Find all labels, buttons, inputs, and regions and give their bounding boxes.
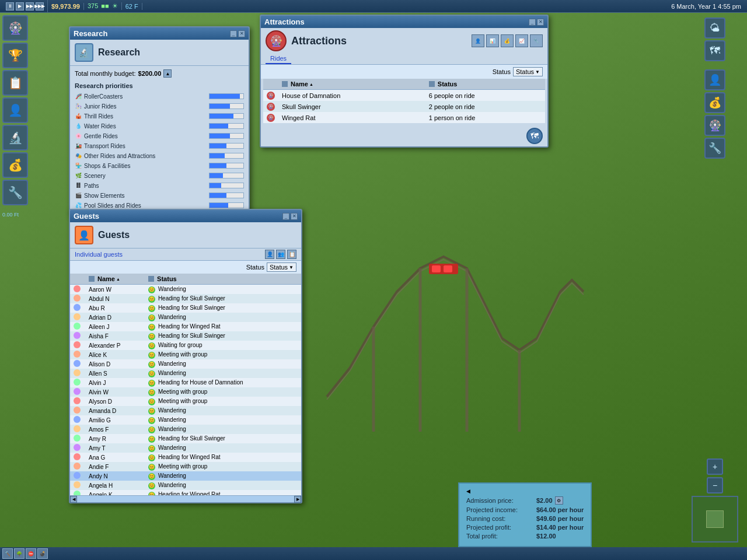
play-button[interactable]: ▶	[16, 2, 24, 10]
guest-row[interactable]: Aileen J 😊 Heading for Winged Rat	[70, 322, 301, 331]
faster-button[interactable]: ▶▶▶	[36, 2, 44, 10]
priority-row[interactable]: 🌿 Scenery	[75, 171, 244, 180]
admission-edit-button[interactable]: ⚙	[555, 496, 563, 505]
guest-row[interactable]: Angela H 😊 Wandering	[70, 481, 301, 490]
left-btn-7[interactable]: 🔧	[2, 180, 28, 205]
attractions-minimize-button[interactable]: _	[529, 19, 536, 26]
priority-bar-bg[interactable]	[209, 143, 244, 149]
priority-row[interactable]: 🎠 Junior Rides	[75, 102, 244, 111]
priority-bar-bg[interactable]	[209, 113, 244, 119]
priority-bar-bg[interactable]	[209, 183, 244, 188]
horizontal-scrollbar[interactable]	[77, 496, 294, 502]
guest-row[interactable]: Amilio G 😊 Wandering	[70, 415, 301, 425]
bottom-btn-2[interactable]: 🌳	[14, 548, 25, 559]
right-btn-6[interactable]: 🔧	[704, 138, 725, 159]
attractions-view-btn-2[interactable]: 📊	[486, 34, 499, 47]
guest-row[interactable]: Andy N 😊 Wandering	[70, 471, 301, 481]
attractions-row[interactable]: 🎡 Winged Rat 1 person on ride	[263, 112, 545, 123]
priority-row[interactable]: 🎪 Thrill Rides	[75, 111, 244, 121]
priority-row[interactable]: 🏪 Shops & Facilities	[75, 161, 244, 170]
priority-row[interactable]: 🎬 Show Elements	[75, 191, 244, 200]
hscroll-left[interactable]: ◀	[70, 496, 77, 502]
guest-row[interactable]: Alvin W 😊 Meeting with group	[70, 387, 301, 397]
priority-row[interactable]: 🛤 Paths	[75, 181, 244, 190]
guests-col-name[interactable]: Name ▲	[85, 274, 145, 285]
guests-minimize-button[interactable]: _	[282, 213, 289, 220]
attractions-view-btn-3[interactable]: 💰	[501, 34, 514, 47]
attractions-row[interactable]: 🎡 House of Damnation 6 people on ride	[263, 90, 545, 102]
priority-bar-bg[interactable]	[209, 153, 244, 159]
guest-row[interactable]: Aisha F 😊 Heading for Skull Swinger	[70, 331, 301, 341]
guest-row[interactable]: Adrian D 😊 Wandering	[70, 313, 301, 322]
priority-bar-bg[interactable]	[209, 192, 244, 198]
bottom-btn-4[interactable]: 💣	[37, 548, 48, 559]
guest-row[interactable]: Ana G 😊 Heading for Winged Rat	[70, 453, 301, 462]
guest-view-2[interactable]: 👥	[276, 250, 285, 259]
priority-bar-bg[interactable]	[209, 133, 244, 139]
budget-increase-button[interactable]: ▲	[163, 69, 172, 78]
priority-row[interactable]: 🚂 Transport Rides	[75, 141, 244, 150]
attractions-row[interactable]: 🎡 Skull Swinger 2 people on ride	[263, 101, 545, 112]
fast-forward-button[interactable]: ▶▶	[26, 2, 34, 10]
bottom-btn-3[interactable]: ⛔	[26, 548, 36, 559]
scroll-left-button[interactable]: ◀	[70, 496, 77, 503]
mini-map[interactable]	[692, 496, 738, 542]
right-btn-2[interactable]: 🗺	[704, 40, 725, 61]
guest-view-3[interactable]: 📋	[287, 250, 296, 259]
guest-row[interactable]: Amy T 😊 Wandering	[70, 443, 301, 453]
guest-row[interactable]: Angelo K 😊 Heading for Winged Rat	[70, 490, 301, 495]
guest-row[interactable]: Aaron W 😊 Wandering	[70, 285, 301, 295]
scroll-right-button[interactable]: ▶	[294, 496, 301, 503]
left-btn-5[interactable]: 🔬	[2, 125, 28, 150]
bottom-btn-1[interactable]: 🔨	[2, 548, 13, 559]
right-btn-5[interactable]: 🎡	[704, 115, 725, 136]
guest-row[interactable]: Alvin J 😊 Heading for House of Damnation	[70, 378, 301, 387]
guests-table-container[interactable]: Name ▲ Status Aaron W �	[70, 274, 301, 495]
right-btn-1[interactable]: 🌤	[704, 18, 725, 38]
pause-button[interactable]: ⏸	[6, 2, 14, 10]
zoom-out-button[interactable]: −	[707, 477, 723, 494]
priority-bar-bg[interactable]	[209, 93, 244, 99]
priority-row[interactable]: 💧 Water Rides	[75, 121, 244, 131]
hscroll-right[interactable]: ▶	[294, 496, 301, 502]
attractions-nav-button[interactable]: 🗺	[526, 128, 543, 144]
guests-sort-dropdown[interactable]: Status ▼	[267, 262, 296, 272]
left-btn-3[interactable]: 📋	[2, 70, 28, 96]
guest-row[interactable]: Abdul N 😊 Heading for Skull Swinger	[70, 294, 301, 303]
guest-row[interactable]: Abu R 😊 Heading for Skull Swinger	[70, 303, 301, 313]
attractions-view-btn-4[interactable]: 📈	[515, 34, 528, 47]
guest-row[interactable]: Allen S 😊 Wandering	[70, 369, 301, 378]
zoom-in-button[interactable]: +	[707, 459, 723, 475]
guests-close-button[interactable]: ✕	[291, 213, 298, 220]
subtab-individual[interactable]: Individual guests	[75, 251, 123, 258]
guests-col-status[interactable]: Status	[145, 274, 301, 285]
priority-row[interactable]: 🎭 Other Rides and Attractions	[75, 151, 244, 160]
guest-row[interactable]: Amos F 😊 Wandering	[70, 425, 301, 434]
priority-bar-bg[interactable]	[209, 103, 244, 109]
research-close-button[interactable]: ✕	[238, 30, 245, 37]
attractions-view-btn-5[interactable]: 🔧	[530, 34, 543, 47]
left-btn-1[interactable]: 🎡	[2, 15, 28, 41]
priority-bar-bg[interactable]	[209, 123, 244, 129]
attractions-close-button[interactable]: ✕	[537, 19, 544, 26]
attractions-view-btn-1[interactable]: 👤	[472, 34, 484, 47]
left-btn-6[interactable]: 💰	[2, 152, 28, 178]
guest-row[interactable]: Alexander P 😊 Waiting for group	[70, 341, 301, 350]
right-btn-4[interactable]: 💰	[704, 92, 725, 113]
guest-row[interactable]: Alyson D 😊 Meeting with group	[70, 397, 301, 406]
guest-row[interactable]: Alice K 😊 Meeting with group	[70, 350, 301, 359]
left-btn-4[interactable]: 👤	[2, 97, 28, 123]
guest-row[interactable]: Alison D 😊 Wandering	[70, 359, 301, 369]
left-btn-2[interactable]: 🏆	[2, 43, 28, 68]
guest-row[interactable]: Andie F 😊 Meeting with group	[70, 462, 301, 471]
sort-dropdown[interactable]: Status ▼	[513, 67, 543, 76]
guest-row[interactable]: Amy R 😊 Heading for Skull Swinger	[70, 434, 301, 443]
priority-bar-bg[interactable]	[209, 173, 244, 178]
guest-view-1[interactable]: 👤	[265, 250, 274, 259]
priority-bar-bg[interactable]	[209, 163, 244, 169]
research-minimize-button[interactable]: _	[230, 30, 237, 37]
guest-row[interactable]: Amanda D 😊 Wandering	[70, 406, 301, 415]
tab-rides[interactable]: Rides	[266, 54, 291, 64]
priority-row[interactable]: 🌸 Gentle Rides	[75, 131, 244, 141]
right-btn-3[interactable]: 👤	[704, 69, 725, 90]
